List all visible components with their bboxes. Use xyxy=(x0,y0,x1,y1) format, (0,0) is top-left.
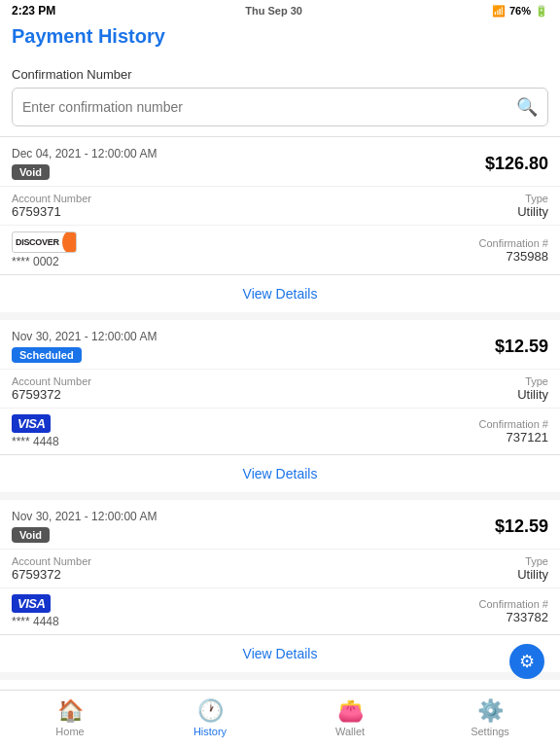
status-bar: 2:23 PM Thu Sep 30 📶 76% 🔋 xyxy=(0,0,560,21)
status-badge: Void xyxy=(12,164,50,180)
battery-icon: 🔋 xyxy=(535,5,548,18)
search-icon[interactable]: 🔍 xyxy=(516,96,538,118)
nav-history-label: History xyxy=(193,726,227,737)
confirmation-number: 735988 xyxy=(478,249,548,264)
view-details-button[interactable]: View Details xyxy=(243,466,318,481)
card-date: Nov 30, 2021 - 12:00:00 AM xyxy=(12,510,157,523)
status-badge: Scheduled xyxy=(12,347,82,363)
bottom-nav: 🏠 Home 🕐 History 👛 Wallet ⚙️ Settings xyxy=(0,690,560,747)
page-title: Payment History xyxy=(12,25,548,48)
settings-icon: ⚙️ xyxy=(477,698,504,724)
card-last4: **** 4448 xyxy=(12,435,59,448)
nav-settings-label: Settings xyxy=(471,726,509,737)
payment-card: Dec 04, 2021 - 12:00:00 AM Void $126.80 … xyxy=(0,137,560,312)
view-details-row: View Details xyxy=(0,274,560,312)
discover-logo: DISCOVER xyxy=(12,231,77,253)
wallet-icon: 👛 xyxy=(337,698,364,724)
card-date: Nov 30, 2021 - 12:00:00 AM xyxy=(12,330,157,343)
confirmation-label: Confirmation # xyxy=(478,418,548,430)
type-label: Type xyxy=(517,193,548,204)
card-header: Nov 30, 2021 - 12:00:00 AM Scheduled $12… xyxy=(0,320,560,369)
payment-card: Nov 30, 2021 - 12:00:00 AM Scheduled $12… xyxy=(0,320,560,492)
search-box: 🔍 xyxy=(12,88,548,126)
payment-list: Dec 04, 2021 - 12:00:00 AM Void $126.80 … xyxy=(0,137,560,747)
confirmation-label: Confirmation # xyxy=(478,598,548,610)
nav-home[interactable]: 🏠 Home xyxy=(0,698,140,737)
home-icon: 🏠 xyxy=(57,698,84,724)
confirmation-label: Confirmation # xyxy=(478,237,548,249)
search-input[interactable] xyxy=(22,99,516,115)
type-value: Utility xyxy=(517,567,548,582)
card-date: Dec 04, 2021 - 12:00:00 AM xyxy=(12,147,157,160)
battery-label: 76% xyxy=(509,5,531,17)
card-last4: **** 0002 xyxy=(12,255,77,268)
nav-home-label: Home xyxy=(55,726,84,737)
view-details-button[interactable]: View Details xyxy=(243,286,318,302)
account-number: 6759372 xyxy=(12,567,91,582)
history-icon: 🕐 xyxy=(197,698,224,724)
status-day: Thu Sep 30 xyxy=(245,5,302,17)
card-payment-row: VISA **** 4448 Confirmation # 733782 xyxy=(0,587,560,634)
confirmation-number: 733782 xyxy=(478,610,548,624)
account-label: Account Number xyxy=(12,375,91,387)
view-details-button[interactable]: View Details xyxy=(243,646,318,661)
search-section: Confirmation Number 🔍 xyxy=(0,57,560,137)
type-value: Utility xyxy=(517,387,548,402)
confirmation-number: 737121 xyxy=(478,430,548,445)
filter-button[interactable]: ⚙ xyxy=(509,644,544,679)
nav-wallet[interactable]: 👛 Wallet xyxy=(280,698,420,737)
account-row: Account Number 6759372 Type Utility xyxy=(0,549,560,587)
type-label: Type xyxy=(517,555,548,567)
account-row: Account Number 6759372 Type Utility xyxy=(0,369,560,408)
card-header: Nov 30, 2021 - 12:00:00 AM Void $12.59 xyxy=(0,500,560,549)
filter-icon: ⚙ xyxy=(519,651,535,672)
card-amount: $12.59 xyxy=(495,516,548,537)
wifi-icon: 📶 xyxy=(492,5,506,18)
type-label: Type xyxy=(517,375,548,387)
account-row: Account Number 6759371 Type Utility xyxy=(0,186,560,225)
card-amount: $126.80 xyxy=(485,154,548,174)
status-badge: Void xyxy=(12,527,50,543)
status-time: 2:23 PM xyxy=(12,4,55,18)
account-label: Account Number xyxy=(12,555,91,567)
visa-logo: VISA xyxy=(12,414,51,433)
nav-history[interactable]: 🕐 History xyxy=(140,698,280,737)
view-details-row: View Details xyxy=(0,634,560,672)
card-last4: **** 4448 xyxy=(12,615,59,628)
account-number: 6759372 xyxy=(12,387,91,402)
view-details-row: View Details xyxy=(0,454,560,492)
card-amount: $12.59 xyxy=(495,337,548,357)
card-header: Dec 04, 2021 - 12:00:00 AM Void $126.80 xyxy=(0,137,560,186)
page-header: Payment History xyxy=(0,21,560,57)
status-icons: 📶 76% 🔋 xyxy=(492,5,548,18)
card-payment-row: DISCOVER **** 0002 Confirmation # 735988 xyxy=(0,225,560,274)
nav-wallet-label: Wallet xyxy=(335,726,365,737)
visa-logo: VISA xyxy=(12,594,51,613)
nav-settings[interactable]: ⚙️ Settings xyxy=(420,698,560,737)
payment-card: Nov 30, 2021 - 12:00:00 AM Void $12.59 A… xyxy=(0,500,560,672)
type-value: Utility xyxy=(517,204,548,219)
card-payment-row: VISA **** 4448 Confirmation # 737121 xyxy=(0,408,560,454)
account-number: 6759371 xyxy=(12,204,91,219)
account-label: Account Number xyxy=(12,193,91,204)
search-label: Confirmation Number xyxy=(12,67,548,82)
